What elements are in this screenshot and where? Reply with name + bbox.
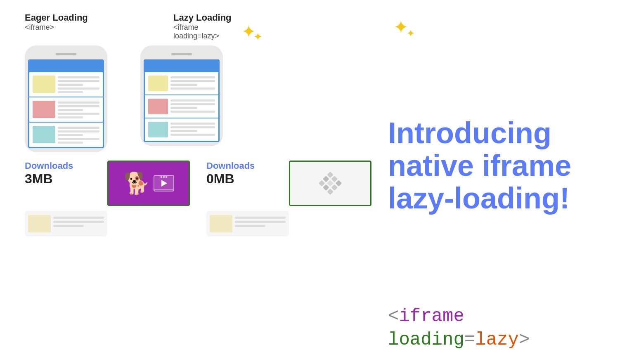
introducing-text: Introducing native iframe lazy-loading! xyxy=(388,117,609,215)
svg-rect-2 xyxy=(336,180,342,187)
line xyxy=(58,102,99,104)
svg-rect-8 xyxy=(327,189,334,195)
line xyxy=(170,87,215,90)
eager-phone xyxy=(25,45,107,152)
svg-rect-7 xyxy=(323,184,329,191)
code-equals: = xyxy=(464,329,475,350)
intro-line1: Introducing xyxy=(388,116,551,149)
line xyxy=(235,221,286,223)
line xyxy=(170,103,215,105)
eager-lines-3 xyxy=(58,126,99,144)
mini-phone-right xyxy=(206,211,289,236)
line xyxy=(58,105,99,107)
mini-content-left xyxy=(28,215,104,232)
eager-phone-topbar xyxy=(29,61,103,72)
lazy-block-3 xyxy=(145,118,218,141)
line xyxy=(170,126,215,128)
code-keyword-iframe: iframe xyxy=(399,306,464,326)
line xyxy=(58,113,99,115)
eager-block-2 xyxy=(29,97,103,123)
lazy-phone-speaker xyxy=(171,53,192,55)
header-labels: Eager Loading <iframe> Lazy Loading <ifr… xyxy=(25,12,256,45)
lazy-image-1 xyxy=(148,76,168,91)
line xyxy=(58,116,83,118)
line xyxy=(58,127,99,129)
lazy-lines-1 xyxy=(170,76,215,90)
line xyxy=(170,80,215,82)
lazy-thumbnail xyxy=(289,161,371,206)
code-snippet-bottom: <iframe loading=lazy> xyxy=(388,305,609,352)
eager-block-1 xyxy=(29,72,103,97)
mini-image-left xyxy=(28,215,51,232)
line xyxy=(170,99,215,102)
svg-rect-6 xyxy=(319,180,325,187)
lazy-downloads-value: 0MB xyxy=(206,171,289,187)
introducing-section: Introducing native iframe lazy-loading! xyxy=(388,104,609,215)
eager-thumbnail: 🐕 xyxy=(107,161,190,206)
code-attr-loading: loading xyxy=(388,329,464,350)
lazy-phone-topbar xyxy=(145,61,218,72)
line xyxy=(58,84,83,86)
play-triangle-icon xyxy=(161,180,167,187)
line xyxy=(170,134,215,136)
eager-image-2 xyxy=(33,101,55,118)
svg-rect-1 xyxy=(331,176,338,182)
line xyxy=(53,217,104,219)
mini-lines-left xyxy=(53,215,104,227)
left-side: Eager Loading <iframe> Lazy Loading <ifr… xyxy=(25,12,371,352)
mini-image-right xyxy=(210,215,232,232)
code-value-lazy: lazy xyxy=(475,329,519,350)
svg-rect-3 xyxy=(323,176,329,182)
lazy-lines-2 xyxy=(170,99,215,113)
lazy-phone-screen xyxy=(144,59,220,142)
lazy-thumbnail-container xyxy=(289,161,371,206)
dog-icon: 🐕 xyxy=(123,171,150,196)
line xyxy=(53,221,104,223)
eager-image-3 xyxy=(33,126,55,143)
line xyxy=(170,123,215,125)
lazy-image-2 xyxy=(148,99,168,114)
line xyxy=(235,217,286,219)
mini-phone-left xyxy=(25,211,107,236)
line xyxy=(170,130,197,132)
line xyxy=(235,225,265,227)
eager-phone-speaker xyxy=(56,53,76,55)
main-container: Eager Loading <iframe> Lazy Loading <ifr… xyxy=(0,0,634,364)
play-box xyxy=(154,175,174,191)
svg-rect-5 xyxy=(331,184,338,191)
loading-spinner-icon xyxy=(318,171,343,196)
eager-phone-section xyxy=(25,45,107,152)
lazy-image-3 xyxy=(148,122,168,137)
lazy-phone-section xyxy=(140,45,223,146)
line xyxy=(170,76,215,78)
svg-rect-4 xyxy=(327,180,334,187)
line xyxy=(170,107,197,109)
lazy-downloads-section: Downloads 0MB xyxy=(206,161,289,187)
sparkles-right: ✦ ✦ xyxy=(388,17,413,39)
lazy-block-1 xyxy=(145,72,218,95)
line xyxy=(170,84,197,86)
code-bracket-open: < xyxy=(388,306,399,326)
eager-downloads-value: 3MB xyxy=(25,171,107,187)
line xyxy=(58,91,83,93)
lazy-downloads-label: Downloads xyxy=(206,161,289,171)
line xyxy=(58,130,99,132)
eager-code: <iframe> xyxy=(25,23,107,32)
lazy-code: <iframe loading=lazy> xyxy=(173,23,235,40)
eager-phone-screen xyxy=(28,59,104,148)
mini-content-right xyxy=(210,215,286,232)
eager-lines-1 xyxy=(58,76,99,93)
line xyxy=(170,111,215,113)
line xyxy=(53,225,84,227)
line xyxy=(58,109,83,111)
line xyxy=(58,134,83,136)
intro-line3: lazy-loading! xyxy=(388,182,570,215)
line xyxy=(58,87,99,90)
lazy-block-2 xyxy=(145,95,218,118)
intro-line2: native iframe xyxy=(388,149,571,182)
lazy-phone xyxy=(140,45,223,146)
eager-lines-2 xyxy=(58,101,99,118)
eager-downloads-section: Downloads 3MB xyxy=(25,161,107,187)
sparkle-tiny-icon: ✦ xyxy=(407,28,415,39)
top-right-area: ✦ ✦ xyxy=(388,17,609,39)
